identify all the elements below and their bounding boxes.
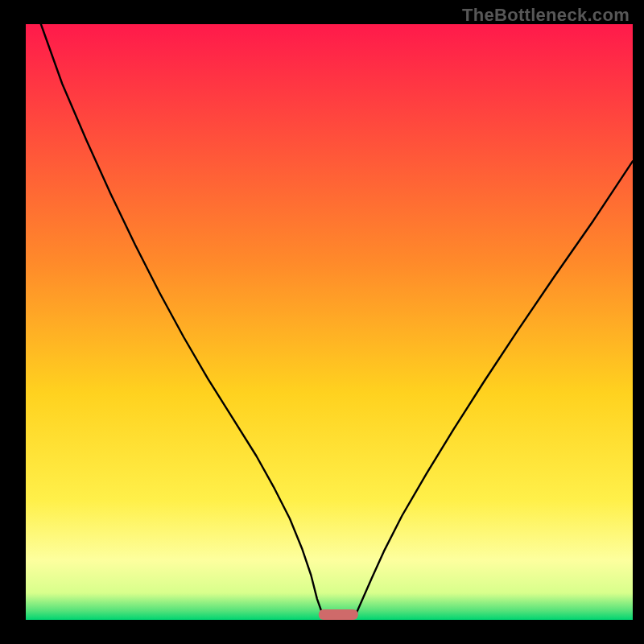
plot-background [26,24,633,620]
bottleneck-chart [0,0,644,644]
watermark-text: TheBottleneck.com [462,5,630,26]
bottleneck-marker [319,609,358,620]
chart-stage: TheBottleneck.com [0,0,644,644]
